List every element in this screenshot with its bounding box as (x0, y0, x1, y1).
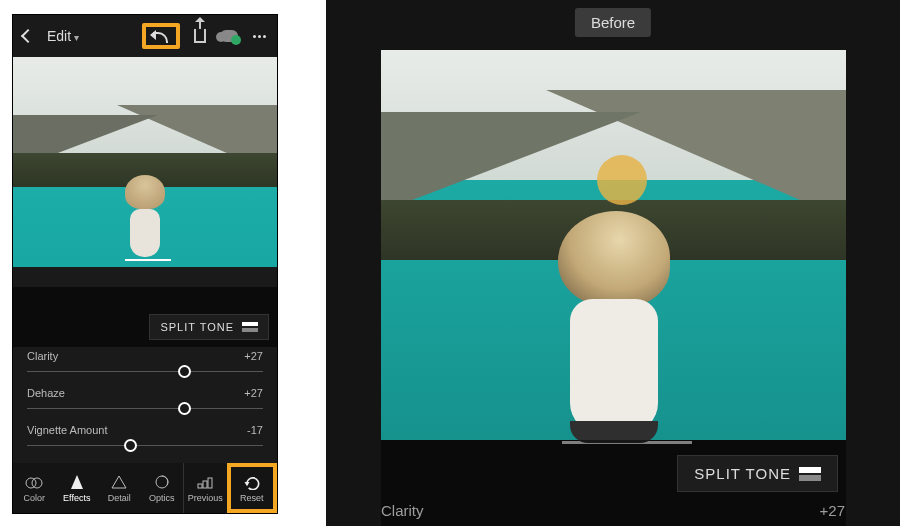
undo-button[interactable] (142, 23, 180, 49)
tab-reset[interactable]: Reset (227, 463, 278, 513)
split-tone-icon (799, 467, 821, 481)
slider-knob[interactable] (124, 439, 137, 452)
touch-indicator-icon (597, 155, 647, 205)
slider-value: -17 (247, 424, 263, 436)
tab-effects[interactable]: Effects (56, 463, 99, 513)
mode-dropdown[interactable]: Edit (47, 28, 79, 44)
split-tone-label: SPLIT TONE (694, 465, 791, 482)
svg-rect-6 (203, 481, 207, 488)
slider-track[interactable] (27, 362, 263, 382)
slider-label: Clarity (27, 350, 58, 362)
share-icon (194, 29, 206, 43)
lightroom-mobile-edit-screen: Edit SPLIT TONE Clarity+27 (12, 14, 278, 514)
detail-icon (109, 474, 129, 490)
bottom-tool-strip: Color Effects Detail Optics Previous Res… (13, 463, 277, 513)
split-tone-label: SPLIT TONE (160, 321, 234, 333)
slider-track[interactable] (27, 436, 263, 456)
svg-marker-3 (112, 476, 126, 488)
split-tone-button[interactable]: SPLIT TONE (149, 314, 269, 340)
tab-label: Reset (240, 493, 264, 503)
cloud-sync-icon (220, 30, 238, 42)
tab-label: Optics (149, 493, 175, 503)
svg-rect-5 (198, 484, 202, 488)
tab-label: Previous (188, 493, 223, 503)
tab-detail[interactable]: Detail (98, 463, 141, 513)
slider-value: +27 (244, 387, 263, 399)
svg-marker-8 (244, 482, 249, 486)
slider-knob[interactable] (178, 365, 191, 378)
top-toolbar: Edit (13, 15, 277, 57)
tab-color[interactable]: Color (13, 463, 56, 513)
svg-marker-2 (71, 475, 83, 489)
slider-clarity-preview: Clarity +27 (381, 502, 845, 519)
split-tone-icon (242, 322, 258, 332)
previous-icon (195, 474, 215, 490)
color-icon (24, 474, 44, 490)
effects-sliders: Clarity+27 Dehaze+27 Vignette Amount-17 … (13, 343, 277, 473)
svg-point-1 (32, 478, 42, 488)
slider-dehaze: Dehaze+27 (27, 382, 263, 419)
slider-vignette-amount: Vignette Amount-17 (27, 419, 263, 456)
tab-optics[interactable]: Optics (141, 463, 184, 513)
tab-label: Color (23, 493, 45, 503)
reset-icon (242, 474, 262, 490)
undo-icon (152, 29, 170, 43)
before-preview-panel: Before SPLIT TONE Clarity +27 (326, 0, 900, 526)
split-tone-button[interactable]: SPLIT TONE (677, 455, 838, 492)
slider-label: Vignette Amount (27, 424, 108, 436)
photo-preview[interactable] (13, 57, 277, 307)
slider-knob[interactable] (178, 402, 191, 415)
effects-icon (67, 474, 87, 490)
tab-label: Effects (63, 493, 90, 503)
back-button[interactable] (23, 31, 33, 41)
tab-label: Detail (108, 493, 131, 503)
slider-value: +27 (820, 502, 845, 519)
before-badge: Before (575, 8, 651, 37)
share-button[interactable] (194, 29, 206, 43)
svg-rect-7 (208, 478, 212, 488)
tab-previous[interactable]: Previous (183, 463, 227, 513)
svg-point-0 (26, 478, 36, 488)
slider-label: Dehaze (27, 387, 65, 399)
photo-preview-before[interactable] (381, 50, 846, 440)
slider-track[interactable] (27, 399, 263, 419)
slider-value: +27 (244, 350, 263, 362)
slider-label: Clarity (381, 502, 424, 519)
slider-clarity: Clarity+27 (27, 345, 263, 382)
more-button[interactable] (252, 35, 267, 38)
optics-icon (152, 474, 172, 490)
